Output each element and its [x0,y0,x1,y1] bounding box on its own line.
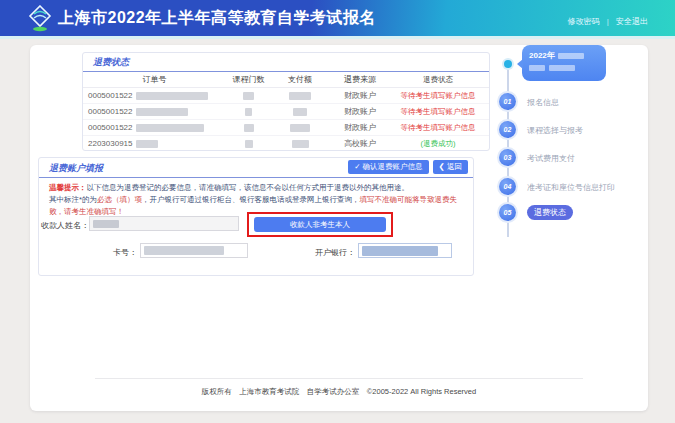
redacted-value [549,65,575,71]
refund-account-panel: 退费账户填报 ✓ 确认退费账户信息 ❮ 返回 温馨提示：以下信息为退费登记的必要… [38,157,474,276]
change-password-link[interactable]: 修改密码 [567,17,599,26]
refund-source: 财政账户 [329,106,391,117]
step-1-circle[interactable]: 01 [499,93,516,110]
column-course-count: 课程门数 [226,74,271,85]
refund-source: 财政账户 [329,90,391,101]
check-icon: ✓ [354,162,360,171]
footer-divider [95,378,583,379]
step-4-circle[interactable]: 04 [499,178,516,195]
timeline-current-dot [504,60,512,68]
logout-link[interactable]: 安全退出 [616,17,648,26]
header-links: 修改密码 | 安全退出 [567,16,648,27]
refund-status-panel: 退费状态 订单号 课程门数 支付额 退费来源 退费状态 0005001522 财… [82,52,490,151]
payee-name-label: 收款人姓名： [41,220,87,231]
order-number: 0005001522 [88,91,133,100]
redacted-value [136,140,158,148]
redacted-value [529,65,545,71]
table-row: 2203030915 高校账户 (退费成功) [83,136,489,151]
link-separator: | [607,17,609,26]
refund-table-header: 订单号 课程门数 支付额 退费来源 退费状态 [83,72,489,88]
redacted-value [558,53,584,59]
redacted-value [245,108,252,116]
refund-status: 等待考生填写账户信息 [391,91,485,101]
column-refund-status: 退费状态 [391,75,485,85]
highlight-annotation-box: 收款人非考生本人 [247,212,393,237]
step-1-label[interactable]: 报名信息 [527,97,559,108]
column-refund-source: 退费来源 [329,74,391,85]
site-logo-icon [28,5,52,32]
step-3-circle[interactable]: 03 [499,149,516,166]
order-number: 0005001522 [88,123,133,132]
step-2-circle[interactable]: 02 [499,121,516,138]
payee-name-input[interactable] [89,216,239,231]
table-row: 0005001522 财政账户 等待考生填写账户信息 [83,104,489,120]
redacted-value [245,140,253,148]
redacted-value [136,124,204,132]
refund-status-panel-title: 退费状态 [83,53,489,72]
redacted-value [136,92,208,100]
column-order-no: 订单号 [83,74,226,85]
redacted-value [289,92,311,100]
redacted-value [362,246,438,256]
redacted-value [136,108,188,116]
refund-account-panel-header: 退费账户填报 ✓ 确认退费账户信息 ❮ 返回 [39,158,473,178]
bank-input[interactable] [358,243,452,258]
header-accent-strip [0,36,675,39]
redacted-value [243,92,254,100]
step-5-label-active[interactable]: 退费状态 [527,205,573,220]
redacted-value [93,220,119,228]
redacted-value [244,124,254,132]
table-row: 0005001522 财政账户 等待考生填写账户信息 [83,120,489,136]
redacted-value [144,246,224,255]
redacted-value [293,108,307,116]
step-4-label[interactable]: 准考证和座位号信息打印 [527,182,615,193]
copyright-text: 版权所有 上海市教育考试院 自学考试办公室 ©2005-2022 All Rig… [30,387,648,397]
step-2-label[interactable]: 课程选择与报考 [527,125,583,136]
card-number-label: 卡号： [101,247,137,258]
refund-source: 财政账户 [329,122,391,133]
refund-account-panel-title: 退费账户填报 [39,159,113,177]
order-number: 0005001522 [88,107,133,116]
step-5-circle[interactable]: 05 [499,204,516,221]
redacted-value [290,124,310,132]
app-header: 上海市2022年上半年高等教育自学考试报名 修改密码 | 安全退出 [0,0,675,36]
step-3-label[interactable]: 考试费用支付 [527,153,575,164]
refund-status: 等待考生填写账户信息 [391,107,485,117]
column-paid-amount: 支付额 [271,74,329,85]
table-row: 0005001522 财政账户 等待考生填写账户信息 [83,88,489,104]
refund-status: (退费成功) [391,139,485,149]
session-year: 2022年 [529,50,555,61]
main-card: 退费状态 订单号 课程门数 支付额 退费来源 退费状态 0005001522 财… [30,45,648,411]
back-button[interactable]: ❮ 返回 [433,160,468,174]
refund-source: 高校账户 [329,138,391,149]
refund-status: 等待考生填写账户信息 [391,123,485,133]
bank-label: 开户银行： [307,247,355,258]
chevron-left-icon: ❮ [439,162,445,171]
timeline-session-bubble: 2022年 [522,45,606,81]
card-number-input[interactable] [140,243,248,258]
redacted-value [292,140,309,148]
payee-not-self-button[interactable]: 收款人非考生本人 [254,217,386,232]
page-title: 上海市2022年上半年高等教育自学考试报名 [58,8,376,29]
confirm-account-button[interactable]: ✓ 确认退费账户信息 [348,160,428,174]
notice-lead: 温馨提示： [49,183,87,192]
order-number: 2203030915 [88,139,133,148]
